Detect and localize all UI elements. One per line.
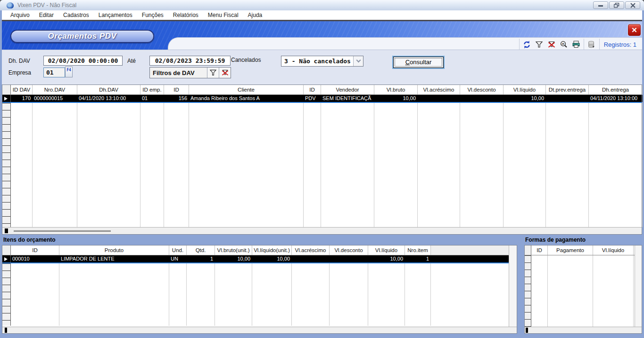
col-header[interactable]: Und. (169, 245, 187, 255)
cell-dh-dav: 04/11/2020 13:10:00 (77, 95, 140, 102)
payments-grid-header: ID Pagamento Vl.líquido (525, 245, 642, 255)
col-header[interactable]: Vl.líquido(unit.) (252, 245, 292, 255)
bottom-section: Itens do orçamento Formas de pagamento I… (2, 235, 642, 334)
cell-und: UN (169, 255, 187, 262)
payments-grid-hscrollbar[interactable] (525, 327, 642, 333)
col-header[interactable]: Vendedor (321, 85, 374, 94)
col-header[interactable]: ID (164, 85, 189, 94)
menu-ajuda[interactable]: Ajuda (243, 11, 267, 19)
col-header[interactable]: ID emp. (140, 85, 164, 94)
row-indicator-strip (2, 103, 11, 227)
consultar-button[interactable]: Consultar (393, 57, 444, 68)
dav-clear-filter-button[interactable] (219, 68, 231, 78)
title-bar[interactable]: Vixen PDV - Não Fiscal (0, 0, 644, 10)
col-header[interactable]: Vl.bruto(unit.) (215, 245, 252, 255)
col-header[interactable]: ID (304, 85, 321, 94)
dav-grid-hscrollbar[interactable] (2, 227, 642, 234)
row-indicator-arrow (2, 95, 11, 102)
items-section-title: Itens do orçamento (3, 237, 56, 243)
scrollbar-thumb[interactable] (5, 228, 8, 233)
payments-grid-vscrollbar[interactable] (635, 245, 642, 327)
consultar-label: Consultar (394, 57, 443, 68)
filter-icon (209, 69, 217, 76)
empresa-input[interactable]: 01 (43, 68, 65, 77)
toolbar-separator (584, 39, 584, 50)
close-window-button[interactable] (625, 1, 640, 9)
col-header[interactable]: ID (531, 245, 548, 255)
refresh-icon (523, 41, 531, 49)
col-header[interactable]: Dt.prev.entrega (546, 85, 589, 94)
col-header[interactable]: Vl.bruto (374, 85, 418, 94)
scrollbar-thumb[interactable] (14, 230, 111, 232)
col-header[interactable]: Nro.item (405, 245, 431, 255)
col-header[interactable]: Vl.líquido (368, 245, 405, 255)
col-header[interactable]: Vl.acréscimo (418, 85, 460, 94)
menu-bar: Arquivo Editar Cadastros Lançamentos Fun… (2, 10, 642, 20)
col-header[interactable]: ID DAV (11, 85, 33, 94)
database-icon (587, 41, 595, 49)
cell-filler (431, 255, 510, 262)
items-grid-vscrollbar[interactable] (509, 245, 517, 327)
col-header[interactable]: Dh.DAV (77, 85, 140, 94)
col-header[interactable]: Pagamento (548, 245, 593, 255)
col-header[interactable]: Produto (59, 245, 169, 255)
dav-filter-button[interactable] (207, 68, 219, 78)
cell-vl-desconto (460, 95, 504, 102)
menu-menu-fiscal[interactable]: Menu Fiscal (203, 11, 243, 19)
restore-button[interactable] (609, 1, 624, 9)
menu-arquivo[interactable]: Arquivo (6, 11, 34, 19)
empresa-lookup-f4-button[interactable]: F4 (65, 67, 73, 77)
dh-dav-label: Dh. DAV (8, 58, 30, 64)
search-button[interactable]: n (558, 39, 570, 50)
col-header[interactable]: Vl.líquido (593, 245, 634, 255)
filter-button[interactable] (533, 39, 545, 50)
menu-relatorios[interactable]: Relatórios (168, 11, 203, 19)
col-header[interactable]: Dh.entrega (589, 85, 643, 94)
scrollbar-thumb[interactable] (5, 328, 7, 333)
database-button[interactable] (586, 39, 598, 50)
col-header[interactable]: Vl.líquido (504, 85, 546, 94)
cell-vl-liquido: 10,00 (368, 255, 405, 262)
menu-cadastros[interactable]: Cadastros (58, 11, 94, 19)
date-from-input[interactable]: 02/08/2020 00:00:00 (43, 56, 123, 66)
col-header[interactable]: Vl.desconto (330, 245, 368, 255)
cell-nro-item: 1 (405, 255, 431, 262)
menu-funcoes[interactable]: Funções (137, 11, 168, 19)
col-header-filler (431, 245, 510, 255)
col-header[interactable]: Nro.DAV (33, 85, 77, 94)
col-header[interactable]: Qtd. (187, 245, 215, 255)
minimize-button[interactable] (593, 1, 608, 9)
empresa-label: Empresa (8, 69, 31, 76)
combo-drop-button[interactable] (353, 56, 363, 66)
col-header[interactable]: Cliente (189, 85, 304, 94)
cell-vl-liquido-unit: 10,00 (252, 255, 292, 262)
cancelados-select[interactable]: 3 - Não cancelados (281, 56, 363, 67)
table-row-selected[interactable]: 170 0000000015 04/11/2020 13:10:00 01 15… (2, 95, 642, 103)
date-to-input[interactable]: 02/08/2023 23:59:59 (149, 56, 231, 66)
col-header[interactable]: Vl.acréscimo (292, 245, 330, 255)
cell-produto: LIMPADOR DE LENTE (59, 255, 169, 262)
items-grid-body[interactable] (2, 263, 517, 326)
menu-lancamentos[interactable]: Lançamentos (94, 11, 137, 19)
refresh-button[interactable] (521, 39, 533, 50)
row-indicator-arrow (2, 255, 11, 262)
app-window: Vixen PDV - Não Fiscal Arquivo Editar Ca… (0, 0, 644, 338)
col-header[interactable]: Vl.desconto (460, 85, 504, 94)
menu-editar[interactable]: Editar (34, 11, 58, 19)
toolbar-separator (599, 39, 600, 50)
cell-dt-prev (546, 95, 589, 102)
dav-grid-body[interactable] (2, 103, 642, 227)
dav-grid: ID DAV Nro.DAV Dh.DAV ID emp. ID Cliente… (2, 84, 642, 235)
clear-filter-button[interactable] (545, 39, 558, 50)
payments-grid-body[interactable] (525, 255, 642, 327)
cell-vl-acrescimo (418, 95, 460, 102)
form-close-button[interactable]: ✕ (628, 24, 641, 36)
items-grid-hscrollbar[interactable] (2, 327, 517, 333)
filter-panel: Dh. DAV 02/08/2020 00:00:00 Até 02/08/20… (2, 50, 642, 84)
print-button[interactable] (570, 39, 582, 50)
row-indicator-header (2, 245, 11, 255)
scrollbar-thumb[interactable] (526, 328, 528, 333)
svg-text:n: n (562, 42, 564, 46)
table-row-selected[interactable]: 000010 LIMPADOR DE LENTE UN 1 10,00 10,0… (2, 255, 517, 263)
col-header[interactable]: ID (11, 245, 59, 255)
